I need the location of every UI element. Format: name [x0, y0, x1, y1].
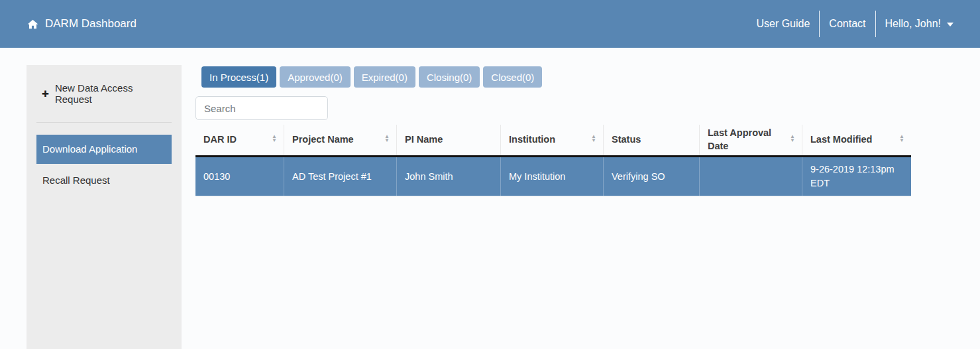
search-input[interactable] — [195, 96, 328, 120]
nav-divider — [875, 11, 876, 37]
nav-divider — [819, 11, 820, 37]
tab-closing[interactable]: Closing(0) — [419, 66, 480, 88]
column-label: Status — [612, 133, 641, 147]
sort-icon[interactable]: ▲▼ — [790, 135, 795, 143]
search-container — [195, 96, 980, 120]
home-icon — [27, 19, 39, 30]
new-data-access-request-link[interactable]: ✚ New Data Access Request — [36, 82, 172, 105]
column-label: Institution — [509, 133, 555, 147]
tab-in-process[interactable]: In Process(1) — [201, 66, 276, 88]
column-header-status: Status — [603, 125, 699, 155]
sort-icon[interactable]: ▲▼ — [384, 135, 390, 143]
sidebar-item-download-application[interactable]: Download Application — [36, 135, 172, 164]
cell-dar-id: 00130 — [195, 157, 284, 196]
sidebar-item-label: Download Application — [42, 143, 137, 155]
tab-closed[interactable]: Closed(0) — [483, 66, 542, 88]
caret-down-icon — [947, 23, 953, 27]
cell-status: Verifying SO — [603, 157, 699, 196]
column-header-pi-name: PI Name — [396, 125, 500, 155]
cell-last-approval-date — [699, 157, 802, 196]
column-label: Last Approval Date — [708, 127, 786, 153]
tab-approved[interactable]: Approved(0) — [280, 66, 351, 88]
column-label: DAR ID — [203, 133, 237, 147]
sort-icon[interactable]: ▲▼ — [591, 135, 596, 143]
main-content: In Process(1) Approved(0) Expired(0) Clo… — [195, 48, 980, 349]
sidebar-divider — [36, 122, 172, 123]
column-header-institution[interactable]: Institution ▲▼ — [500, 125, 603, 155]
cell-project-name: AD Test Project #1 — [284, 157, 396, 196]
table-row[interactable]: 00130 AD Test Project #1 John Smith My I… — [195, 157, 911, 196]
user-menu-label: Hello, John! — [885, 18, 942, 30]
user-menu[interactable]: Hello, John! — [885, 18, 954, 30]
dar-table: DAR ID ▲▼ Project Name ▲▼ PI Name Instit… — [195, 125, 911, 196]
top-navbar: DARM Dashboard User Guide Contact Hello,… — [0, 0, 980, 48]
nav-link-contact[interactable]: Contact — [829, 18, 865, 30]
column-header-last-approval-date[interactable]: Last Approval Date ▲▼ — [699, 125, 802, 155]
column-header-last-modified[interactable]: Last Modified ▲▼ — [802, 125, 911, 155]
column-header-project-name[interactable]: Project Name ▲▼ — [284, 125, 396, 155]
page-layout: ✚ New Data Access Request Download Appli… — [0, 48, 980, 349]
sidebar-item-recall-request[interactable]: Recall Request — [36, 166, 172, 195]
navbar-links: User Guide Contact Hello, John! — [756, 11, 953, 37]
plus-icon: ✚ — [42, 90, 49, 98]
table-header: DAR ID ▲▼ Project Name ▲▼ PI Name Instit… — [195, 125, 911, 157]
column-label: PI Name — [405, 133, 443, 147]
brand[interactable]: DARM Dashboard — [27, 17, 136, 31]
sort-icon[interactable]: ▲▼ — [272, 135, 277, 143]
cell-institution: My Institution — [500, 157, 603, 196]
sort-icon[interactable]: ▲▼ — [899, 135, 904, 143]
sidebar-item-label: Recall Request — [42, 174, 110, 186]
cell-pi-name: John Smith — [396, 157, 500, 196]
sidebar-nav: Download Application Recall Request — [36, 135, 172, 194]
column-label: Project Name — [292, 133, 354, 147]
column-label: Last Modified — [810, 133, 872, 147]
nav-link-user-guide[interactable]: User Guide — [756, 18, 810, 30]
cell-last-modified: 9-26-2019 12:13pm EDT — [802, 157, 911, 196]
brand-title: DARM Dashboard — [45, 17, 136, 31]
column-header-dar-id[interactable]: DAR ID ▲▼ — [195, 125, 284, 155]
new-request-label: New Data Access Request — [55, 82, 172, 105]
tab-expired[interactable]: Expired(0) — [354, 66, 415, 88]
status-tabs: In Process(1) Approved(0) Expired(0) Clo… — [201, 66, 980, 88]
sidebar: ✚ New Data Access Request Download Appli… — [27, 65, 182, 349]
